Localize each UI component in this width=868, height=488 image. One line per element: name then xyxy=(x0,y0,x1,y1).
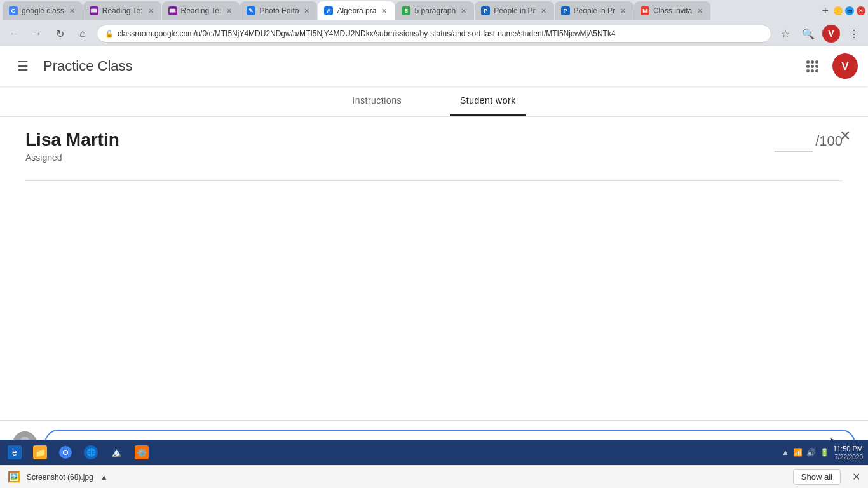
hamburger-menu-button[interactable]: ☰ xyxy=(10,53,36,79)
tabs-container: Instructions Student work xyxy=(0,86,868,117)
taskbar-explorer[interactable]: 📁 xyxy=(28,442,52,463)
user-avatar[interactable]: V xyxy=(832,53,858,79)
browser-tab-tab7[interactable]: P People in Pr ✕ xyxy=(475,1,553,20)
home-button[interactable]: ⌂ xyxy=(74,25,92,43)
lock-icon: 🔒 xyxy=(105,30,114,38)
tab-favicon: ✎ xyxy=(247,6,255,15)
bottom-bar: 🖼️ Screenshot (68).jpg ▲ Show all ✕ xyxy=(0,465,868,488)
student-name: Lisa Martin xyxy=(25,130,119,150)
browser-tab-tab3[interactable]: 📖 Reading Te: ✕ xyxy=(162,1,240,20)
browser-tab-tab9[interactable]: M Class invita ✕ xyxy=(634,1,710,20)
file-name: Screenshot (68).jpg xyxy=(27,473,93,482)
taskbar-app4[interactable]: ⚙️ xyxy=(130,442,154,463)
tab-bar: G google class ✕ 📖 Reading Te: ✕ 📖 Readi… xyxy=(0,0,868,22)
tab-instructions[interactable]: Instructions xyxy=(342,86,412,116)
taskbar: e 📁 🌐 🏔️ ⚙️ ▲ 📶 🔊 🔋 11:50 PM xyxy=(0,440,868,465)
reload-button[interactable]: ↻ xyxy=(51,25,69,43)
tab-favicon: G xyxy=(9,6,18,15)
battery-icon: 🔋 xyxy=(820,448,829,457)
tab-close-button[interactable]: ✕ xyxy=(68,6,76,17)
student-section: Lisa Martin Assigned /100 xyxy=(25,130,843,163)
close-bar-button[interactable]: ✕ xyxy=(852,471,860,483)
tab-favicon: M xyxy=(641,6,649,15)
tab-close-button[interactable]: ✕ xyxy=(225,6,233,17)
browser-tab-tab5[interactable]: A Algebra pra ✕ xyxy=(318,1,395,20)
tab-title: People in Pr xyxy=(574,6,615,15)
app3-icon: 🏔️ xyxy=(109,445,123,459)
taskbar-chrome[interactable] xyxy=(53,442,78,463)
tab-close-button[interactable]: ✕ xyxy=(539,6,548,17)
network-icon: 📶 xyxy=(793,448,803,457)
clock-date: 7/22/2020 xyxy=(833,454,863,461)
search-button[interactable]: 🔍 xyxy=(799,25,817,43)
browser-tab-tab4[interactable]: ✎ Photo Edito ✕ xyxy=(240,1,317,20)
file-chevron-button[interactable]: ▲ xyxy=(100,472,109,482)
score-input[interactable] xyxy=(775,130,813,152)
tab-close-button[interactable]: ✕ xyxy=(302,6,311,17)
app-container: ☰ Practice Class V Instructions Student … xyxy=(0,46,868,466)
back-button[interactable]: ← xyxy=(5,25,23,43)
student-status: Assigned xyxy=(25,152,119,163)
clock-time: 11:50 PM xyxy=(833,444,863,453)
taskbar-app2[interactable]: 🌐 xyxy=(79,442,103,463)
minimize-button[interactable]: – xyxy=(834,6,843,15)
sys-tray-arrow: ▲ xyxy=(782,448,789,457)
tab-favicon: P xyxy=(481,6,490,15)
address-bar: ← → ↻ ⌂ 🔒 classroom.google.com/u/0/c/MTI… xyxy=(0,22,868,46)
ie-icon: e xyxy=(8,445,22,459)
tab-favicon: A xyxy=(324,6,333,15)
url-text: classroom.google.com/u/0/c/MTI5NjY4MDU2N… xyxy=(118,29,763,38)
forward-button[interactable]: → xyxy=(28,25,46,43)
app-header: ☰ Practice Class V xyxy=(0,46,868,86)
tab-favicon: 5 xyxy=(402,6,410,15)
tab-favicon: 📖 xyxy=(90,6,98,15)
tab-title: google class xyxy=(22,6,64,15)
volume-icon: 🔊 xyxy=(806,448,816,457)
url-bar[interactable]: 🔒 classroom.google.com/u/0/c/MTI5NjY4MDU… xyxy=(97,25,771,43)
browser-tab-tab6[interactable]: 5 5 paragraph ✕ xyxy=(395,1,474,20)
taskbar-right: ▲ 📶 🔊 🔋 11:50 PM 7/22/2020 xyxy=(782,444,865,460)
tab-student-work[interactable]: Student work xyxy=(450,86,526,116)
browser-tab-tab8[interactable]: P People in Pr ✕ xyxy=(555,1,634,20)
taskbar-app3[interactable]: 🏔️ xyxy=(104,442,128,463)
app2-icon: 🌐 xyxy=(84,445,98,459)
tab-close-button[interactable]: ✕ xyxy=(459,6,468,17)
tab-title: 5 paragraph xyxy=(414,6,456,15)
close-window-button[interactable]: ✕ xyxy=(857,6,865,15)
file-icon: 🖼️ xyxy=(8,471,20,483)
explorer-icon: 📁 xyxy=(33,445,47,459)
tab-title: Algebra pra xyxy=(337,6,376,15)
close-panel-button[interactable]: ✕ xyxy=(832,123,858,149)
show-all-button[interactable]: Show all xyxy=(793,469,841,485)
browser-profile-button[interactable]: V xyxy=(822,25,840,43)
apps-grid-button[interactable] xyxy=(799,53,825,79)
browser-tab-tab2[interactable]: 📖 Reading Te: ✕ xyxy=(83,1,161,20)
tab-favicon: P xyxy=(561,6,570,15)
tab-favicon: 📖 xyxy=(168,6,177,15)
tab-title: Reading Te: xyxy=(102,6,143,15)
grid-dots-icon xyxy=(806,60,818,72)
taskbar-ie[interactable]: e xyxy=(3,442,27,463)
main-content: ✕ Lisa Martin Assigned /100 xyxy=(0,117,868,466)
new-tab-button[interactable]: + xyxy=(817,4,834,18)
svg-point-5 xyxy=(64,451,67,454)
content-divider xyxy=(25,180,843,181)
tab-title: Reading Te: xyxy=(181,6,222,15)
chrome-icon xyxy=(58,445,72,459)
bookmark-button[interactable]: ☆ xyxy=(776,25,794,43)
browser-tab-tab1[interactable]: G google class ✕ xyxy=(3,1,83,20)
tab-close-button[interactable]: ✕ xyxy=(380,6,388,17)
maximize-button[interactable]: ▭ xyxy=(845,6,854,15)
tab-title: Class invita xyxy=(653,6,692,15)
app-title: Practice Class xyxy=(43,58,133,74)
tab-title: Photo Edito xyxy=(259,6,299,15)
app4-icon: ⚙️ xyxy=(135,445,149,459)
tab-close-button[interactable]: ✕ xyxy=(147,6,155,17)
tab-close-button[interactable]: ✕ xyxy=(696,6,704,17)
settings-button[interactable]: ⋮ xyxy=(845,25,863,43)
tab-title: People in Pr xyxy=(494,6,535,15)
tab-close-button[interactable]: ✕ xyxy=(619,6,627,17)
